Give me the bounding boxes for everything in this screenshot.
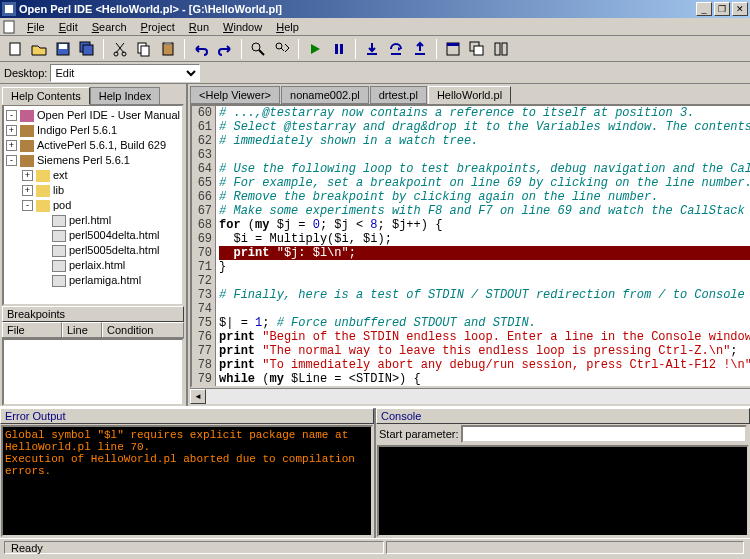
- menu-help[interactable]: Help: [269, 19, 306, 35]
- stepover-button[interactable]: [385, 38, 407, 60]
- find-button[interactable]: [247, 38, 269, 60]
- window2-button[interactable]: [466, 38, 488, 60]
- editor-tab[interactable]: HelloWorld.pl: [428, 86, 511, 104]
- code-line[interactable]: [219, 148, 750, 162]
- cube-icon: [20, 125, 34, 137]
- console-body[interactable]: [377, 445, 749, 537]
- editor-tab[interactable]: <Help Viewer>: [190, 86, 280, 104]
- tree-node[interactable]: +lib: [6, 183, 180, 198]
- minimize-button[interactable]: _: [696, 2, 712, 16]
- tab-help-index[interactable]: Help Index: [90, 87, 161, 105]
- desktop-select[interactable]: Edit: [50, 64, 200, 82]
- expander-icon[interactable]: +: [22, 170, 33, 181]
- copy-button[interactable]: [133, 38, 155, 60]
- code-line[interactable]: # Remove the breakpoint by clicking agai…: [219, 190, 750, 204]
- code-line[interactable]: [219, 302, 750, 316]
- tree-node[interactable]: perl.html: [6, 213, 180, 228]
- error-output-body[interactable]: Global symbol "$l" requires explicit pac…: [1, 425, 373, 537]
- findnext-button[interactable]: [271, 38, 293, 60]
- tree-node[interactable]: -Open Perl IDE - User Manual: [6, 108, 180, 123]
- bp-col-file[interactable]: File: [2, 322, 62, 337]
- code-line[interactable]: print "$j: $l\n";: [219, 246, 750, 260]
- pause-button[interactable]: [328, 38, 350, 60]
- svg-rect-17: [335, 44, 338, 54]
- tree-node[interactable]: +ext: [6, 168, 180, 183]
- help-tree[interactable]: -Open Perl IDE - User Manual+Indigo Perl…: [2, 104, 184, 306]
- scroll-left-arrow[interactable]: ◄: [190, 389, 206, 404]
- svg-rect-21: [415, 53, 425, 55]
- breakpoints-list[interactable]: [2, 338, 184, 406]
- undo-button[interactable]: [190, 38, 212, 60]
- left-panel: Help Contents Help Index -Open Perl IDE …: [0, 84, 188, 406]
- save-button[interactable]: [52, 38, 74, 60]
- app-icon: [2, 2, 16, 16]
- code-line[interactable]: }: [219, 260, 750, 274]
- code-line[interactable]: for (my $j = 0; $j < 8; $j++) {: [219, 218, 750, 232]
- svg-rect-12: [141, 46, 149, 56]
- page-icon: [52, 215, 66, 227]
- tree-label: ActivePerl 5.6.1, Build 629: [37, 138, 166, 153]
- svg-rect-20: [391, 53, 401, 55]
- start-param-input[interactable]: [461, 425, 747, 443]
- window1-button[interactable]: [442, 38, 464, 60]
- expander-icon[interactable]: -: [6, 155, 17, 166]
- code-line[interactable]: $i = Multiply($i, $i);: [219, 232, 750, 246]
- line-gutter[interactable]: 6061626364656667686970717273747576777879…: [192, 106, 216, 386]
- paste-button[interactable]: [157, 38, 179, 60]
- code-line[interactable]: # ...,@testarray now contains a referenc…: [219, 106, 750, 120]
- new-button[interactable]: [4, 38, 26, 60]
- code-line[interactable]: print "To immediately abort any debug/ru…: [219, 358, 750, 372]
- bp-col-line[interactable]: Line: [62, 322, 102, 337]
- tree-node[interactable]: perlaix.html: [6, 258, 180, 273]
- menu-run[interactable]: Run: [182, 19, 216, 35]
- expander-icon[interactable]: -: [6, 110, 17, 121]
- maximize-button[interactable]: ❐: [714, 2, 730, 16]
- tree-node[interactable]: perlamiga.html: [6, 273, 180, 288]
- svg-point-15: [252, 43, 260, 51]
- code-line[interactable]: [219, 274, 750, 288]
- menu-project[interactable]: Project: [134, 19, 182, 35]
- cut-button[interactable]: [109, 38, 131, 60]
- tree-node[interactable]: -pod: [6, 198, 180, 213]
- code-line[interactable]: # immediately shown in a watch tree.: [219, 134, 750, 148]
- run-button[interactable]: [304, 38, 326, 60]
- code-line[interactable]: print "The normal way to leave this endl…: [219, 344, 750, 358]
- titlebar: Open Perl IDE <HelloWorld.pl> - [G:\Hell…: [0, 0, 750, 18]
- code-line[interactable]: # Select @testarray and drag&drop it to …: [219, 120, 750, 134]
- console-title: Console: [376, 408, 750, 424]
- code-line[interactable]: $| = 1; # Force unbuffered STDOUT and ST…: [219, 316, 750, 330]
- stepinto-button[interactable]: [361, 38, 383, 60]
- code-line[interactable]: print "Begin of the STDIN endless loop. …: [219, 330, 750, 344]
- tab-help-contents[interactable]: Help Contents: [2, 87, 90, 105]
- bp-col-condition[interactable]: Condition: [102, 322, 184, 337]
- code-line[interactable]: # Make some experiments with F8 and F7 o…: [219, 204, 750, 218]
- editor-tab[interactable]: drtest.pl: [370, 86, 427, 104]
- saveall-button[interactable]: [76, 38, 98, 60]
- window-title: Open Perl IDE <HelloWorld.pl> - [G:\Hell…: [19, 3, 696, 15]
- expander-icon[interactable]: -: [22, 200, 33, 211]
- editor-tab[interactable]: noname002.pl: [281, 86, 369, 104]
- close-button[interactable]: ✕: [732, 2, 748, 16]
- stepout-button[interactable]: [409, 38, 431, 60]
- window3-button[interactable]: [490, 38, 512, 60]
- menu-edit[interactable]: Edit: [52, 19, 85, 35]
- redo-button[interactable]: [214, 38, 236, 60]
- expander-icon[interactable]: +: [6, 125, 17, 136]
- code-line[interactable]: # Use the following loop to test breakpo…: [219, 162, 750, 176]
- code-editor[interactable]: # ...,@testarray now contains a referenc…: [216, 106, 750, 386]
- horizontal-scrollbar[interactable]: ◄ ►: [190, 388, 750, 404]
- expander-icon[interactable]: +: [22, 185, 33, 196]
- tree-node[interactable]: +ActivePerl 5.6.1, Build 629: [6, 138, 180, 153]
- code-line[interactable]: # Finally, here is a test of STDIN / STD…: [219, 288, 750, 302]
- expander-icon[interactable]: +: [6, 140, 17, 151]
- menu-search[interactable]: Search: [85, 19, 134, 35]
- menu-file[interactable]: File: [20, 19, 52, 35]
- tree-node[interactable]: +Indigo Perl 5.6.1: [6, 123, 180, 138]
- code-line[interactable]: while (my $Line = <STDIN>) {: [219, 372, 750, 386]
- open-button[interactable]: [28, 38, 50, 60]
- tree-node[interactable]: perl5004delta.html: [6, 228, 180, 243]
- menu-window[interactable]: Window: [216, 19, 269, 35]
- tree-node[interactable]: -Siemens Perl 5.6.1: [6, 153, 180, 168]
- code-line[interactable]: # For example, set a breakpoint on line …: [219, 176, 750, 190]
- tree-node[interactable]: perl5005delta.html: [6, 243, 180, 258]
